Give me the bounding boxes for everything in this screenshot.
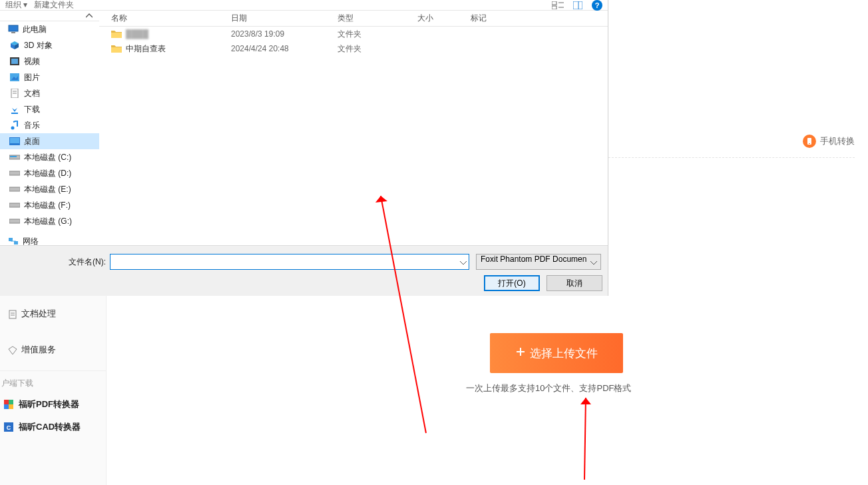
- svg-rect-26: [10, 138, 19, 143]
- collapse-nav-icon[interactable]: [0, 11, 99, 21]
- sidebar-premium[interactable]: 增值服务: [0, 332, 106, 368]
- document-icon: [9, 88, 20, 99]
- filetype-select[interactable]: Foxit Phantom PDF Documen: [476, 254, 601, 270]
- page-right-panel: 手机转换: [608, 0, 868, 296]
- drive-icon: [9, 216, 20, 227]
- col-size[interactable]: 大小: [411, 13, 464, 24]
- sidebar-label: 文档处理: [21, 308, 56, 320]
- mobile-convert-label: 手机转换: [820, 135, 855, 147]
- sidebar-label: 增值服务: [21, 344, 56, 356]
- svg-rect-41: [9, 400, 13, 404]
- preview-pane-icon[interactable]: [573, 1, 582, 9]
- file-date: 2024/4/24 20:48: [224, 44, 331, 53]
- file-type: 文件夹: [331, 29, 411, 40]
- nav-music[interactable]: 音乐: [0, 117, 99, 133]
- nav-drive-c[interactable]: 本地磁盘 (C:): [0, 149, 99, 165]
- nav-label: 图片: [24, 72, 40, 83]
- col-date[interactable]: 日期: [224, 13, 331, 24]
- svg-rect-16: [11, 59, 18, 64]
- svg-rect-32: [9, 219, 20, 223]
- svg-rect-36: [9, 310, 16, 318]
- nav-desktop[interactable]: 桌面: [0, 133, 99, 149]
- filetype-value: Foxit Phantom PDF Documen: [481, 254, 586, 264]
- nav-pictures[interactable]: 图片: [0, 69, 99, 85]
- diamond-icon: [8, 346, 16, 354]
- nav-drive-d[interactable]: 本地磁盘 (D:): [0, 165, 99, 181]
- svg-marker-39: [9, 346, 17, 354]
- nav-label: 视频: [24, 56, 40, 67]
- mobile-convert-badge[interactable]: 手机转换: [803, 135, 855, 148]
- open-button-label: 打开(O): [498, 278, 525, 289]
- sidebar-pdf-converter[interactable]: 福昕PDF转换器: [0, 393, 106, 416]
- file-row[interactable]: ████ 2023/8/3 19:09 文件夹: [99, 27, 608, 41]
- app-sidebar: 文档处理 增值服务 户端下载 福昕PDF转换器 C 福昕CAD转换器: [0, 296, 107, 485]
- drive-icon: [9, 200, 20, 211]
- filename-label: 文件名(N):: [0, 256, 110, 268]
- file-type: 文件夹: [331, 43, 411, 55]
- svg-rect-31: [9, 203, 20, 207]
- drive-icon: [9, 184, 20, 195]
- nav-label: 下载: [24, 104, 40, 115]
- sidebar-section-header: 户端下载: [0, 375, 106, 393]
- file-name: 中期自查表: [126, 43, 166, 55]
- folder-icon: [111, 29, 122, 39]
- col-type[interactable]: 类型: [331, 13, 411, 24]
- network-icon: [8, 236, 19, 245]
- nav-label: 文档: [24, 88, 40, 99]
- column-headers[interactable]: 名称 日期 类型 大小 标记: [99, 11, 608, 27]
- sidebar-doc-processing[interactable]: 文档处理: [0, 296, 106, 332]
- col-tag[interactable]: 标记: [464, 13, 608, 24]
- svg-rect-29: [9, 171, 20, 175]
- svg-rect-43: [9, 404, 13, 409]
- file-date: 2023/8/3 19:09: [224, 29, 331, 39]
- nav-label: 网络: [23, 236, 39, 246]
- phone-icon: [803, 135, 816, 148]
- nav-label: 本地磁盘 (D:): [24, 168, 71, 179]
- file-row[interactable]: 中期自查表 2024/4/24 20:48 文件夹: [99, 41, 608, 56]
- file-list: 名称 日期 类型 大小 标记 ████ 2023/8/3 19:09 文件夹 中…: [99, 11, 608, 245]
- file-open-dialog: 组织 ▾ 新建文件夹 ? 此电脑: [0, 0, 608, 296]
- film-icon: [9, 56, 20, 67]
- nav-documents[interactable]: 文档: [0, 85, 99, 101]
- new-folder-button[interactable]: 新建文件夹: [34, 0, 74, 11]
- cube-icon: [9, 40, 20, 51]
- nav-videos[interactable]: 视频: [0, 53, 99, 69]
- svg-rect-2: [552, 1, 556, 5]
- nav-drive-g[interactable]: 本地磁盘 (G:): [0, 213, 99, 229]
- open-button[interactable]: 打开(O): [484, 275, 540, 291]
- nav-label: 音乐: [24, 120, 40, 131]
- help-icon[interactable]: ?: [592, 0, 602, 11]
- svg-text:?: ?: [595, 1, 600, 9]
- nav-this-pc[interactable]: 此电脑: [0, 21, 99, 37]
- nav-tree: 此电脑 3D 对象 视频 图片 文档 下载: [0, 11, 99, 245]
- nav-drive-e[interactable]: 本地磁盘 (E:): [0, 181, 99, 197]
- desktop-icon: [9, 136, 20, 147]
- sidebar-cad-converter[interactable]: C 福昕CAD转换器: [0, 416, 106, 438]
- svg-rect-34: [14, 241, 18, 244]
- sidebar-label: 福昕PDF转换器: [19, 398, 79, 410]
- app-logo-icon: C: [4, 422, 13, 432]
- svg-rect-28: [10, 156, 17, 157]
- file-name: ████: [126, 29, 148, 39]
- sidebar-label: 福昕CAD转换器: [19, 421, 81, 433]
- cancel-button-label: 取消: [566, 278, 582, 289]
- cancel-button[interactable]: 取消: [546, 275, 602, 291]
- nav-drive-f[interactable]: 本地磁盘 (F:): [0, 197, 99, 213]
- picture-icon: [9, 72, 20, 83]
- svg-point-24: [11, 127, 15, 130]
- filename-input[interactable]: [110, 254, 469, 270]
- nav-network[interactable]: 网络: [0, 233, 99, 245]
- monitor-icon: [8, 24, 19, 35]
- svg-rect-6: [573, 1, 582, 9]
- doc-icon: [8, 310, 16, 318]
- view-mode-icon[interactable]: [552, 1, 564, 9]
- nav-3d-objects[interactable]: 3D 对象: [0, 37, 99, 53]
- col-name[interactable]: 名称: [105, 13, 224, 24]
- upload-button[interactable]: 选择上传文件: [490, 333, 623, 373]
- music-icon: [9, 120, 20, 131]
- nav-downloads[interactable]: 下载: [0, 101, 99, 117]
- app-logo-icon: [4, 400, 13, 409]
- organize-menu[interactable]: 组织 ▾: [5, 0, 27, 11]
- nav-label: 3D 对象: [24, 40, 53, 51]
- page-main: 选择上传文件 一次上传最多支持10个文件、支持PDF格式: [107, 296, 868, 485]
